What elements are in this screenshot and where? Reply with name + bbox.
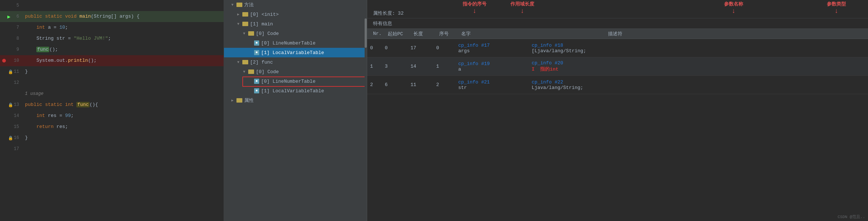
tree-item-methods[interactable]: ▼ 方法 [224, 0, 367, 10]
line-content-13: public static int func(){ [22, 99, 224, 110]
cell-seq-1: 1 [433, 57, 455, 75]
folder-icon [236, 3, 242, 7]
code-line-5: 5 [0, 0, 224, 11]
table-body: 0 0 17 0 cp_info #17 args cp_info #18 [L… [367, 39, 868, 94]
cell-pc-0: 0 [382, 39, 408, 57]
cell-seq-2: 2 [433, 76, 455, 94]
line-gutter-12: 12 [0, 80, 22, 85]
file-icon: ■ [254, 79, 259, 84]
cell-len-0: 17 [408, 39, 433, 57]
breakpoint-dot-icon[interactable] [2, 59, 6, 63]
cp-desc-link-0[interactable]: cp_info #18 [532, 43, 599, 48]
code-editor: 5 6 ▶ public static void main(String[] a… [0, 0, 224, 221]
tree-item-init[interactable]: ▶ [0] <init> [224, 10, 367, 19]
cp-name-link-2[interactable]: cp_info #21 [458, 79, 526, 85]
instruction-seq-label: 指令的序号 [463, 1, 487, 7]
scrollbar-thumb[interactable] [365, 18, 367, 48]
cell-cpname-0[interactable]: cp_info #17 args [455, 39, 529, 57]
tree-label-main: [1] main [250, 21, 273, 27]
line-gutter-11: 11 🔒 [0, 69, 22, 74]
param-name-label: 参数名称 [724, 1, 743, 7]
line-content-8: String str = "Hello JVM!"; [22, 33, 224, 44]
tree-item-main-code[interactable]: ▼ [0] Code [224, 29, 367, 38]
header-nr: Nr. [370, 29, 385, 38]
expand-arrow-icon: ▶ [237, 12, 242, 17]
line-content-10: System.out.println(); [22, 55, 224, 66]
tree-item-attributes[interactable]: ▶ 属性 [224, 96, 367, 105]
cell-desc-1 [602, 57, 868, 75]
code-line-11: 11 🔒 } [0, 66, 224, 77]
tree-label-methods: 方法 [244, 1, 254, 8]
instruction-seq-annotation: 指令的序号 ↓ [463, 1, 487, 15]
line-content-9: func(); [22, 44, 224, 55]
line-gutter-17: 17 [0, 146, 22, 152]
expand-arrow-icon: ▼ [231, 3, 236, 7]
table-header: Nr. 起始PC 长度 序号 名字 描述符 [367, 29, 868, 39]
vertical-scrollbar[interactable] [365, 0, 367, 221]
scope-length-annotation: 作用域长度 ↓ [510, 1, 534, 15]
name-val-1: a [458, 67, 526, 72]
class-tree-panel: ▼ 方法 ▶ [0] <init> ▼ [1] main ▼ [0] Code … [224, 0, 367, 221]
folder-icon [242, 12, 248, 17]
param-name-arrow-icon: ↓ [732, 7, 736, 15]
line-gutter-5: 5 [0, 3, 22, 8]
tree-item-func-localvariable[interactable]: ▶ ■ [1] LocalVariableTable [224, 86, 367, 96]
cell-pc-2: 6 [382, 76, 408, 94]
line-content-15: return res; [22, 121, 224, 132]
code-line-6: 6 ▶ public static void main(String[] arg… [0, 11, 224, 22]
header-seq: 序号 [436, 29, 458, 39]
name-val-0: args [458, 48, 526, 54]
cp-desc-link-1[interactable]: cp_info #20 [532, 60, 599, 66]
code-line-8: 8 String str = "Hello JVM!"; [0, 33, 224, 44]
csdn-watermark: CSDN @范且.. [838, 214, 865, 220]
tree-item-main[interactable]: ▼ [1] main [224, 19, 367, 29]
header-name-val [532, 32, 605, 35]
expand-arrow-icon: ▼ [237, 22, 242, 26]
line-content-7: int a = 10; [22, 22, 224, 33]
param-type-annotation: 参数类型 ↓ [827, 1, 846, 15]
tree-item-func[interactable]: ▼ [2] func [224, 57, 367, 67]
code-line-17: 17 [0, 143, 224, 154]
cell-cpdesc-1[interactable]: cp_info #20 I 指的int [529, 57, 602, 75]
tree-label-func-localvariable: [1] LocalVariableTable [261, 88, 324, 94]
tree-label-func: [2] func [250, 60, 273, 65]
tree-label-init: [0] <init> [250, 12, 279, 17]
variable-table-panel: 属性长度: 32 指令的序号 ↓ 作用域长度 ↓ 参数名称 ↓ 参数类型 ↓ 特… [367, 0, 868, 221]
line-gutter-14: 14 [0, 113, 22, 118]
cell-desc-0 [602, 39, 868, 57]
code-line-10: 10 System.out.println(); [0, 55, 224, 66]
tree-item-func-code[interactable]: ▼ [0] Code [224, 67, 367, 76]
name-val-2: str [458, 85, 526, 90]
desc-val-1: I 指的int [532, 66, 599, 72]
cell-cpdesc-0[interactable]: cp_info #18 [Ljava/lang/String; [529, 39, 602, 57]
cell-pc-1: 3 [382, 57, 408, 75]
expand-arrow-icon: ▼ [243, 32, 248, 36]
special-info-label: 特有信息 [373, 20, 392, 27]
lock-icon-16: 🔒 [8, 136, 13, 140]
tree-label-func-code: [0] Code [256, 69, 279, 75]
cell-seq-0: 0 [433, 39, 455, 57]
tree-item-func-linenumber[interactable]: ▶ ■ [0] LineNumberTable [224, 76, 367, 86]
tree-label-func-linenumber: [0] LineNumberTable [261, 79, 315, 84]
cell-cpname-2[interactable]: cp_info #21 str [455, 76, 529, 94]
code-line-16: 16 🔒 } [0, 132, 224, 143]
code-line-usage: 1 usage [0, 88, 224, 99]
cell-cpname-1[interactable]: cp_info #19 a [455, 57, 529, 75]
tree-label-linenumber: [0] LineNumberTable [261, 40, 315, 46]
line-gutter-7: 7 [0, 25, 22, 30]
cp-desc-link-2[interactable]: cp_info #22 [532, 79, 599, 85]
tree-item-localvariable[interactable]: ▶ ■ [1] LocalVariableTable [224, 48, 367, 57]
cell-nr-2: 2 [367, 76, 382, 94]
cell-cpdesc-2[interactable]: cp_info #22 Ljava/lang/String; [529, 76, 602, 94]
scope-length-arrow-icon: ↓ [520, 7, 524, 15]
code-line-14: 14 int res = 99; [0, 110, 224, 121]
tree-item-linenumber[interactable]: ▶ ■ [0] LineNumberTable [224, 38, 367, 48]
cp-name-link-0[interactable]: cp_info #17 [458, 43, 526, 48]
header-length: 长度 [411, 29, 436, 39]
attr-info-label: 属性长度: 32 [373, 10, 404, 17]
header-name: 名字 [458, 29, 532, 39]
line-gutter-16: 16 🔒 [0, 135, 22, 140]
cp-name-link-1[interactable]: cp_info #19 [458, 61, 526, 67]
table-row: 1 3 14 1 cp_info #19 a cp_info #20 I 指的i… [367, 57, 868, 76]
param-name-annotation: 参数名称 ↓ [724, 1, 743, 15]
